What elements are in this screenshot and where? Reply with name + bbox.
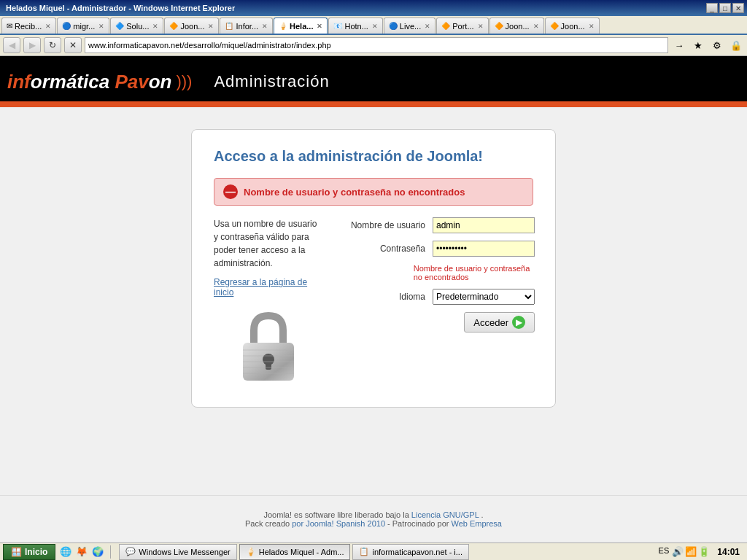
title-bar-controls: _ □ ✕ [706, 3, 744, 13]
tab-live[interactable]: 🔵 Live... ✕ [384, 18, 436, 34]
tab-infor-icon: 📋 [225, 22, 233, 30]
refresh-button[interactable]: ↻ [44, 37, 61, 53]
tab-hela[interactable]: 🍦 Hela... ✕ [274, 18, 328, 34]
login-form: Nombre de usuario Contraseña Nombre de u… [338, 217, 535, 385]
tab-joon2[interactable]: 🔶 Joon... ✕ [489, 18, 544, 34]
tab-migr-close[interactable]: ✕ [98, 23, 104, 30]
task-informatica-label: informaticapavon.net - i... [372, 548, 462, 556]
taskbar: 🪟 Inicio 🌐 🦊 🌍 💬 Windows Live Messenger … [0, 542, 747, 560]
error-icon: — [223, 184, 238, 199]
tab-recib-close[interactable]: ✕ [45, 23, 51, 30]
tab-hotn-icon: 📧 [333, 22, 342, 30]
stop-button[interactable]: ✕ [64, 37, 82, 53]
tab-migr[interactable]: 🔵 migr... ✕ [57, 18, 109, 34]
task-informatica[interactable]: 📋 informaticapavon.net - i... [352, 544, 469, 560]
task-messenger[interactable]: 💬 Windows Live Messenger [119, 544, 236, 560]
start-button[interactable]: 🪟 Inicio [3, 544, 55, 560]
firefox-icon[interactable]: 🦊 [74, 545, 89, 559]
separator [110, 545, 111, 559]
close-button[interactable]: ✕ [732, 3, 744, 13]
tools-button[interactable]: ⚙ [709, 37, 725, 53]
tab-joon1-icon: 🔶 [169, 22, 178, 30]
tab-recib-label: Recib... [15, 22, 42, 31]
go-button[interactable]: → [671, 37, 687, 53]
password-row: Contraseña [338, 241, 535, 257]
footer-sponsor-link[interactable]: Web Empresa [452, 519, 503, 528]
submit-icon: ▶ [512, 316, 525, 329]
footer-line1-post: . [481, 510, 483, 519]
login-body: Usa un nombre de usuario y contraseña vá… [214, 217, 533, 385]
language-row: Idioma Predeterminado [338, 289, 535, 305]
password-input[interactable] [433, 241, 535, 257]
tab-port[interactable]: 🔶 Port... ✕ [436, 18, 488, 34]
tab-joon1-close[interactable]: ✕ [208, 23, 214, 30]
tab-joon3-close[interactable]: ✕ [589, 23, 595, 30]
page-footer: Joomla! es software libre liberado bajo … [0, 495, 747, 542]
task-list: 💬 Windows Live Messenger 🍦 Helados Mique… [119, 544, 654, 560]
tab-joon1-label: Joon... [180, 22, 204, 31]
ie-icon[interactable]: 🌐 [58, 545, 73, 559]
footer-line1-pre: Joomla! es software libre liberado bajo … [263, 510, 411, 519]
language-label: Idioma [338, 292, 433, 302]
tab-recib[interactable]: ✉ Recib... ✕ [1, 18, 56, 34]
tab-joon2-close[interactable]: ✕ [533, 23, 539, 30]
tab-solu-close[interactable]: ✕ [152, 23, 158, 30]
tab-hela-close[interactable]: ✕ [317, 23, 322, 30]
field-error-row: Nombre de usuario y contraseña no encont… [338, 264, 535, 281]
tab-solu-label: Solu... [126, 22, 149, 31]
maximize-button[interactable]: □ [719, 3, 731, 13]
header-stripe [0, 101, 747, 107]
ie2-icon[interactable]: 🌍 [90, 545, 105, 559]
system-tray: ES 🔊 📶 🔋 [657, 546, 711, 557]
tab-port-close[interactable]: ✕ [478, 23, 484, 30]
language-select[interactable]: Predeterminado [433, 289, 535, 305]
footer-line2: Pack creado por Joomla! Spanish 2010 - P… [15, 519, 732, 528]
logo-text: informática Pavon [7, 71, 171, 93]
favorites-star[interactable]: ★ [690, 37, 706, 53]
minimize-button[interactable]: _ [706, 3, 718, 13]
tab-hotn[interactable]: 📧 Hotn... ✕ [328, 18, 382, 34]
error-text: Nombre de usuario y contraseña no encont… [244, 187, 465, 198]
tab-joon3-label: Joon... [561, 22, 585, 31]
task-helados-label: Helados Miquel - Adm... [259, 548, 344, 556]
footer-line2-mid: - Patrocinado por [387, 519, 451, 528]
tab-infor[interactable]: 📋 Infor... ✕ [220, 18, 273, 34]
footer-line2-pre: Pack creado [245, 519, 292, 528]
tray-icon-volume[interactable]: 🔊 [672, 546, 684, 557]
submit-button[interactable]: Acceder ▶ [464, 312, 535, 332]
username-input[interactable] [433, 217, 535, 233]
nav-bar: ◀ ▶ ↻ ✕ → ★ ⚙ 🔒 [0, 35, 747, 56]
title-bar-text: Helados Miquel - Administrador - Windows… [3, 4, 706, 12]
tab-migr-icon: 🔵 [62, 22, 71, 30]
tab-hotn-close[interactable]: ✕ [372, 23, 378, 30]
logo: informática Pavon ))) [7, 71, 192, 93]
tab-joon1[interactable]: 🔶 Joon... ✕ [164, 18, 219, 34]
task-helados[interactable]: 🍦 Helados Miquel - Adm... [239, 544, 351, 560]
browser-window: Helados Miquel - Administrador - Windows… [0, 0, 747, 560]
tab-solu[interactable]: 🔷 Solu... ✕ [110, 18, 163, 34]
tab-joon2-icon: 🔶 [495, 22, 503, 30]
tab-live-close[interactable]: ✕ [425, 23, 430, 30]
main-content: Acceso a la administración de Joomla! — … [0, 107, 747, 495]
address-input[interactable] [85, 37, 668, 53]
tab-recib-icon: ✉ [7, 22, 12, 30]
padlock-image [214, 312, 323, 385]
tray-icon-network[interactable]: 📶 [685, 546, 697, 557]
tab-solu-icon: 🔷 [115, 22, 124, 30]
footer-license-link[interactable]: Licencia GNU/GPL [411, 510, 479, 519]
forward-button[interactable]: ▶ [23, 37, 41, 53]
home-link[interactable]: Regresar a la página de inicio [214, 277, 323, 298]
login-left: Usa un nombre de usuario y contraseña vá… [214, 217, 323, 385]
back-button[interactable]: ◀ [3, 37, 20, 53]
tab-port-icon: 🔶 [441, 22, 450, 30]
tab-live-label: Live... [400, 22, 421, 31]
safety-button[interactable]: 🔒 [728, 37, 744, 53]
tab-infor-close[interactable]: ✕ [262, 23, 268, 30]
tray-icon-battery: 🔋 [698, 546, 710, 557]
tab-joon2-label: Joon... [506, 22, 530, 31]
task-messenger-label: Windows Live Messenger [139, 548, 230, 556]
login-box: Acceso a la administración de Joomla! — … [191, 129, 556, 408]
site-title: Administración [214, 72, 329, 91]
tab-joon3[interactable]: 🔶 Joon... ✕ [545, 18, 600, 34]
footer-spanish-link[interactable]: por Joomla! Spanish 2010 [292, 519, 385, 528]
